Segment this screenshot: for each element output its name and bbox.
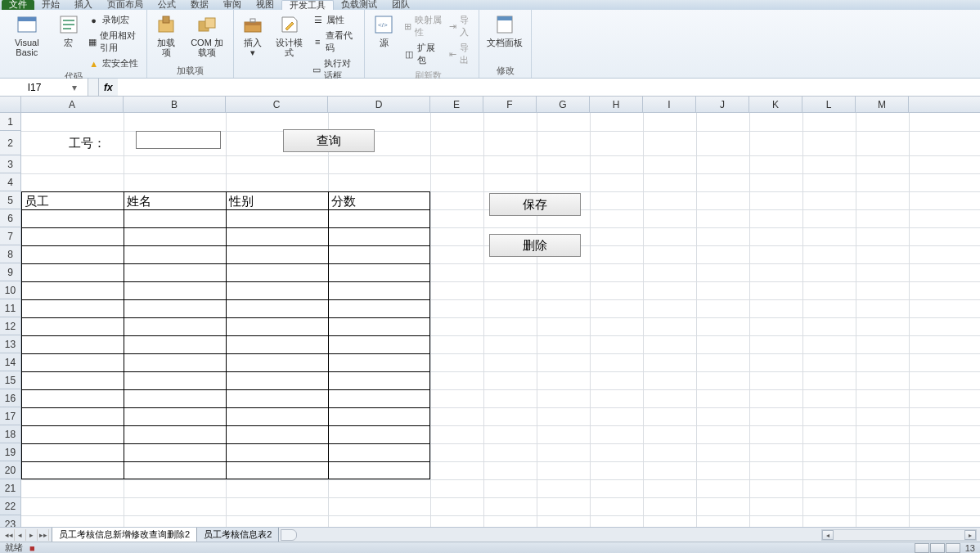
name-box-dropdown-icon[interactable]: ▾ bbox=[69, 82, 80, 93]
fx-button[interactable]: fx bbox=[99, 79, 118, 96]
sheet-tab-0[interactable]: 员工考核信息新增修改查询删除2 bbox=[52, 528, 197, 542]
save-button[interactable]: 保存 bbox=[489, 193, 581, 216]
tab-5[interactable]: 审阅 bbox=[216, 0, 249, 10]
row-header-5[interactable]: 5 bbox=[0, 191, 20, 209]
tab-8[interactable]: 负载测试 bbox=[334, 0, 384, 10]
row-headers: 1234567891011121314151617181920212223 bbox=[0, 113, 21, 527]
row-header-23[interactable]: 23 bbox=[0, 515, 20, 527]
spreadsheet-grid[interactable]: ABCDEFGHIJKLM 12345678910111213141516171… bbox=[0, 97, 980, 527]
row-header-13[interactable]: 13 bbox=[0, 335, 20, 353]
row-header-3[interactable]: 3 bbox=[0, 155, 20, 173]
export-button[interactable]: ⇤导出 bbox=[447, 41, 475, 67]
sheet-nav-next-icon[interactable]: ▸ bbox=[26, 529, 38, 541]
row-header-2[interactable]: 2 bbox=[0, 131, 20, 155]
new-sheet-button[interactable] bbox=[281, 529, 297, 541]
addins-button[interactable]: 加载项 bbox=[151, 11, 182, 59]
row-header-18[interactable]: 18 bbox=[0, 425, 20, 443]
horizontal-scrollbar[interactable]: ◂ ▸ bbox=[300, 529, 977, 541]
row-header-19[interactable]: 19 bbox=[0, 443, 20, 461]
sheet-nav-prev-icon[interactable]: ◂ bbox=[15, 529, 26, 541]
name-box[interactable]: ▾ bbox=[0, 79, 88, 96]
row-header-1[interactable]: 1 bbox=[0, 113, 20, 131]
select-all-corner[interactable] bbox=[0, 97, 21, 113]
view-code-button[interactable]: ≡查看代码 bbox=[311, 29, 361, 55]
col-header-L[interactable]: L bbox=[802, 97, 856, 112]
view-normal-button[interactable] bbox=[915, 543, 929, 553]
import-icon: ⇥ bbox=[448, 20, 457, 32]
row-header-11[interactable]: 11 bbox=[0, 299, 20, 317]
row-header-7[interactable]: 7 bbox=[0, 227, 20, 245]
row-header-9[interactable]: 9 bbox=[0, 263, 20, 281]
row-header-12[interactable]: 12 bbox=[0, 317, 20, 335]
tab-9[interactable]: 团队 bbox=[384, 0, 417, 10]
row-header-10[interactable]: 10 bbox=[0, 281, 20, 299]
design-icon bbox=[278, 13, 301, 36]
row-header-8[interactable]: 8 bbox=[0, 245, 20, 263]
com-addins-button[interactable]: COM 加载项 bbox=[184, 11, 230, 59]
scroll-left-icon[interactable]: ◂ bbox=[822, 530, 834, 540]
import-button[interactable]: ⇥导入 bbox=[447, 13, 475, 39]
name-box-input[interactable] bbox=[0, 82, 69, 93]
map-props-button[interactable]: ⊞映射属性 bbox=[402, 13, 444, 39]
view-pagebreak-button[interactable] bbox=[946, 543, 960, 553]
col-header-F[interactable]: F bbox=[483, 97, 537, 112]
row-header-22[interactable]: 22 bbox=[0, 497, 20, 515]
visual-basic-button[interactable]: Visual Basic bbox=[3, 11, 51, 59]
sheet-nav-last-icon[interactable]: ▸▸ bbox=[38, 529, 49, 541]
formula-input[interactable] bbox=[118, 79, 980, 96]
xml-source-button[interactable]: </> 源 bbox=[368, 11, 399, 49]
tab-1[interactable]: 插入 bbox=[67, 0, 100, 10]
col-header-I[interactable]: I bbox=[643, 97, 696, 112]
col-header-M[interactable]: M bbox=[856, 97, 909, 112]
tab-3[interactable]: 公式 bbox=[151, 0, 183, 10]
sheet-tab-1[interactable]: 员工考核信息表2 bbox=[196, 528, 279, 542]
tab-2[interactable]: 页面布局 bbox=[100, 0, 151, 10]
col-header-G[interactable]: G bbox=[537, 97, 590, 112]
emp-id-input[interactable] bbox=[136, 131, 221, 149]
gridline-v bbox=[856, 113, 856, 527]
col-header-H[interactable]: H bbox=[590, 97, 643, 112]
record-indicator-icon[interactable]: ■ bbox=[29, 543, 35, 553]
svg-rect-3 bbox=[63, 20, 74, 21]
gridline-h bbox=[21, 479, 980, 480]
col-header-A[interactable]: A bbox=[21, 97, 124, 112]
tab-4[interactable]: 数据 bbox=[183, 0, 216, 10]
formula-buttons bbox=[88, 79, 99, 96]
relative-ref-button[interactable]: ▦使用相对引用 bbox=[87, 29, 143, 55]
design-mode-button[interactable]: 设计模式 bbox=[271, 11, 308, 59]
row-header-15[interactable]: 15 bbox=[0, 371, 20, 389]
delete-button[interactable]: 删除 bbox=[489, 234, 581, 257]
col-header-C[interactable]: C bbox=[226, 97, 328, 112]
scroll-right-icon[interactable]: ▸ bbox=[964, 530, 976, 540]
doc-panel-button[interactable]: 文档面板 bbox=[483, 11, 527, 49]
tab-7[interactable]: 开发工具 bbox=[281, 0, 334, 10]
row-header-17[interactable]: 17 bbox=[0, 407, 20, 425]
record-macro-button[interactable]: ●录制宏 bbox=[87, 13, 143, 27]
zoom-value[interactable]: 13 bbox=[965, 543, 975, 553]
macro-security-button[interactable]: ▲宏安全性 bbox=[87, 56, 143, 70]
tab-6[interactable]: 视图 bbox=[249, 0, 281, 10]
expansion-button[interactable]: ◫扩展包 bbox=[402, 41, 444, 67]
col-header-B[interactable]: B bbox=[124, 97, 226, 112]
table-hline bbox=[21, 407, 430, 408]
row-header-14[interactable]: 14 bbox=[0, 353, 20, 371]
col-header-D[interactable]: D bbox=[328, 97, 430, 112]
cells-area[interactable]: 工号： 查询 保存 删除 员工 姓名 性别 分数 bbox=[21, 113, 980, 527]
view-pagelayout-button[interactable] bbox=[930, 543, 945, 553]
col-header-E[interactable]: E bbox=[430, 97, 483, 112]
row-header-6[interactable]: 6 bbox=[0, 209, 20, 227]
macro-button[interactable]: 宏 bbox=[53, 11, 84, 49]
col-header-K[interactable]: K bbox=[749, 97, 802, 112]
row-header-20[interactable]: 20 bbox=[0, 461, 20, 479]
tab-0[interactable]: 开始 bbox=[34, 0, 67, 10]
sheet-nav-first-icon[interactable]: ◂◂ bbox=[3, 529, 15, 541]
insert-control-button[interactable]: 插入▾ bbox=[237, 11, 268, 59]
svg-rect-9 bbox=[205, 18, 215, 28]
properties-button[interactable]: ☰属性 bbox=[311, 13, 361, 27]
tab-file[interactable]: 文件 bbox=[2, 0, 34, 10]
col-header-J[interactable]: J bbox=[696, 97, 749, 112]
row-header-21[interactable]: 21 bbox=[0, 479, 20, 497]
row-header-16[interactable]: 16 bbox=[0, 389, 20, 407]
row-header-4[interactable]: 4 bbox=[0, 173, 20, 191]
query-button[interactable]: 查询 bbox=[283, 129, 375, 152]
